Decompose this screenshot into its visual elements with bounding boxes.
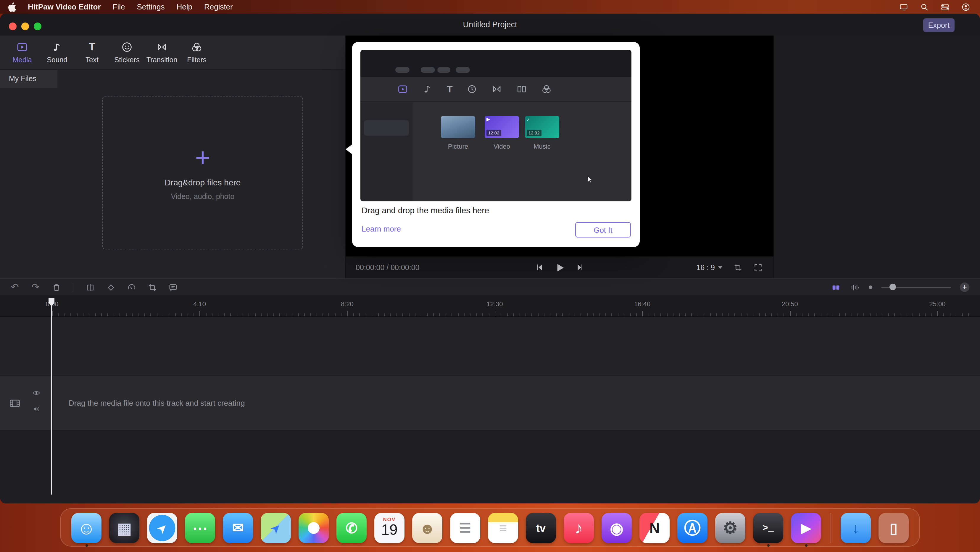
ruler-tick xyxy=(716,313,717,316)
subtitle-button[interactable] xyxy=(166,281,179,294)
ruler-tick xyxy=(415,313,415,316)
storyboard-view-icon[interactable] xyxy=(831,282,841,292)
my-files-tab[interactable]: My Files xyxy=(0,70,57,88)
ruler-tick xyxy=(864,313,864,316)
got-it-button[interactable]: Got It xyxy=(575,222,631,238)
crop-preview-icon[interactable] xyxy=(733,263,743,272)
delete-button[interactable] xyxy=(50,281,63,294)
dock-icon-contacts[interactable]: ☻ xyxy=(412,513,442,546)
timeline-ruler[interactable]: 0:004:108:2012:3016:4020:5025:00 xyxy=(0,296,980,316)
aspect-ratio-dropdown[interactable]: 16 : 9 xyxy=(696,263,722,271)
zoom-knob[interactable] xyxy=(889,284,896,290)
timeline-upper-area[interactable] xyxy=(0,316,980,375)
undo-button[interactable]: ↶ xyxy=(8,281,21,294)
dock-icon-maps[interactable]: ➤ xyxy=(261,513,291,546)
ruler-tick xyxy=(784,313,784,316)
waveform-view-icon[interactable] xyxy=(850,282,860,292)
dock-icon-calendar[interactable]: NOV19 xyxy=(374,513,404,546)
toggle-mute-speaker-icon[interactable] xyxy=(32,405,41,413)
dock: ☺▦➤⋯✉➤✆NOV19☻☰≡tv♪◉NⒶ⚙>_▶↓▯ xyxy=(60,508,920,547)
zoom-in-icon[interactable]: + xyxy=(960,282,969,292)
ruler-tick xyxy=(507,313,508,316)
ruler-tick xyxy=(95,313,95,316)
tab-text[interactable]: T Text xyxy=(75,41,110,64)
spotlight-search-icon[interactable] xyxy=(920,2,929,11)
export-button[interactable]: Export xyxy=(923,18,955,32)
timeline-lower-area[interactable] xyxy=(0,431,980,503)
dock-icon-launchpad[interactable]: ▦ xyxy=(109,513,139,546)
video-track[interactable]: Drag the media file onto this track and … xyxy=(0,375,980,431)
add-files-icon[interactable]: + xyxy=(195,145,210,169)
timeline-zoom-slider[interactable] xyxy=(881,283,951,291)
next-frame-button[interactable] xyxy=(575,262,585,273)
tab-sound[interactable]: Sound xyxy=(40,41,75,64)
ruler-tick xyxy=(126,313,126,316)
previous-frame-button[interactable] xyxy=(534,262,544,273)
sticker-smiley-icon xyxy=(121,41,133,53)
play-button[interactable] xyxy=(554,262,565,273)
media-dropzone[interactable]: + Drag&drop files here Video, audio, pho… xyxy=(102,97,303,249)
dock-icon-music[interactable]: ♪ xyxy=(564,513,594,546)
dock-icon-safari[interactable]: ➤ xyxy=(147,513,177,546)
dock-icon-apple-tv[interactable]: tv xyxy=(526,513,556,546)
apple-logo-icon[interactable] xyxy=(8,2,16,11)
timeline-toolbar: ↶ ↷ + xyxy=(0,278,980,296)
menu-help[interactable]: Help xyxy=(177,2,192,11)
running-indicator xyxy=(805,544,807,547)
control-center-icon[interactable] xyxy=(940,2,950,11)
ruler-label: 12:30 xyxy=(487,300,503,307)
keyframe-button[interactable] xyxy=(104,281,117,294)
menu-file[interactable]: File xyxy=(113,2,125,11)
playhead[interactable] xyxy=(51,298,52,495)
dock-icon-photos[interactable] xyxy=(299,513,329,546)
window-titlebar: Untitled Project Export xyxy=(0,14,980,36)
menu-app-name[interactable]: HitPaw Video Editor xyxy=(28,2,101,11)
dock-icon-downloads[interactable]: ↓ xyxy=(841,513,871,546)
filters-icon xyxy=(191,41,203,53)
toggle-visibility-eye-icon[interactable] xyxy=(32,389,41,397)
zoom-out-icon[interactable] xyxy=(869,286,872,289)
ruler-tick xyxy=(255,313,256,316)
dock-icon-podcasts[interactable]: ◉ xyxy=(601,513,632,546)
split-button[interactable] xyxy=(83,281,97,294)
dock-icon-hitpaw-video-editor[interactable]: ▶ xyxy=(791,513,821,546)
dock-icon-facetime[interactable]: ✆ xyxy=(336,513,367,546)
menu-register[interactable]: Register xyxy=(204,2,233,11)
user-account-icon[interactable] xyxy=(961,2,970,11)
dock-icon-notes[interactable]: ≡ xyxy=(488,513,518,546)
tab-media[interactable]: Media xyxy=(5,41,40,64)
dock-icon-terminal[interactable]: >_ xyxy=(753,513,783,546)
ruler-tick xyxy=(243,313,243,316)
dock-icon-messages[interactable]: ⋯ xyxy=(185,513,215,546)
dock-icon-app-store[interactable]: Ⓐ xyxy=(677,513,708,546)
tab-transition[interactable]: Transition xyxy=(145,41,179,64)
ruler-tick xyxy=(329,313,329,316)
fullscreen-icon[interactable] xyxy=(753,263,763,272)
dock-icon-reminders[interactable]: ☰ xyxy=(450,513,480,546)
ruler-tick xyxy=(968,313,969,316)
ruler-tick xyxy=(630,313,630,316)
menu-settings[interactable]: Settings xyxy=(137,2,164,11)
speed-button[interactable] xyxy=(125,281,138,294)
tab-filters[interactable]: Filters xyxy=(179,41,214,64)
ruler-tick xyxy=(366,313,366,316)
dock-icon-trash[interactable]: ▯ xyxy=(878,513,909,546)
learn-more-link[interactable]: Learn more xyxy=(361,225,401,233)
tab-stickers[interactable]: Stickers xyxy=(110,41,145,64)
display-icon[interactable] xyxy=(899,2,908,11)
ruler-tick xyxy=(114,313,114,316)
ruler-tick xyxy=(470,313,471,316)
dock-icon-finder[interactable]: ☺ xyxy=(71,513,102,546)
crop-button[interactable] xyxy=(146,281,159,294)
dock-icon-news[interactable]: N xyxy=(640,513,670,546)
ruler-tick xyxy=(390,313,391,316)
dock-icon-system-settings[interactable]: ⚙ xyxy=(715,513,745,546)
ruler-tick xyxy=(698,313,698,316)
redo-button[interactable]: ↷ xyxy=(29,281,42,294)
dock-icon-mail[interactable]: ✉ xyxy=(223,513,253,546)
ruler-tick xyxy=(76,313,77,316)
ruler-tick xyxy=(372,313,372,316)
ruler-tick xyxy=(765,313,766,316)
ruler-tick xyxy=(335,313,336,316)
ruler-tick xyxy=(200,311,200,316)
